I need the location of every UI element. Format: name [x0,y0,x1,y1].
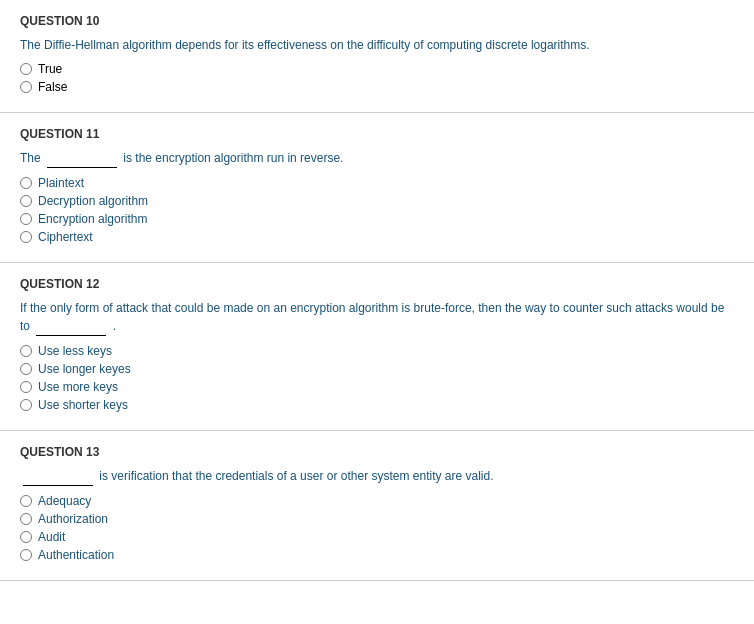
list-item: Authentication [20,548,734,562]
radio-less-keys[interactable] [20,345,32,357]
question-13-options: Adequacy Authorization Audit Authenticat… [20,494,734,562]
radio-authentication[interactable] [20,549,32,561]
option-label: Use less keys [38,344,112,358]
list-item: False [20,80,734,94]
list-item: Authorization [20,512,734,526]
list-item: Adequacy [20,494,734,508]
radio-encryption[interactable] [20,213,32,225]
text-part-1: The [20,151,44,165]
list-item: Use more keys [20,380,734,394]
question-11-text: The is the encryption algorithm run in r… [20,149,734,168]
radio-true[interactable] [20,63,32,75]
question-13-text: is verification that the credentials of … [20,467,734,486]
radio-longer-keys[interactable] [20,363,32,375]
question-12-title: QUESTION 12 [20,277,734,291]
list-item: Use less keys [20,344,734,358]
question-11-options: Plaintext Decryption algorithm Encryptio… [20,176,734,244]
text-part-2: . [109,319,116,333]
option-label: Decryption algorithm [38,194,148,208]
option-label: Plaintext [38,176,84,190]
radio-plaintext[interactable] [20,177,32,189]
option-label: True [38,62,62,76]
option-label: Ciphertext [38,230,93,244]
blank-field [47,149,117,168]
radio-ciphertext[interactable] [20,231,32,243]
question-12-text: If the only form of attack that could be… [20,299,734,336]
blank-field [36,317,106,336]
question-10: QUESTION 10 The Diffie-Hellman algorithm… [0,0,754,113]
option-label: Adequacy [38,494,91,508]
option-label: Use shorter keys [38,398,128,412]
question-11: QUESTION 11 The is the encryption algori… [0,113,754,263]
text-part-1: is verification that the credentials of … [96,469,494,483]
radio-more-keys[interactable] [20,381,32,393]
question-10-text: The Diffie-Hellman algorithm depends for… [20,36,734,54]
option-label: Authorization [38,512,108,526]
question-12: QUESTION 12 If the only form of attack t… [0,263,754,431]
option-label: Authentication [38,548,114,562]
radio-audit[interactable] [20,531,32,543]
list-item: Audit [20,530,734,544]
radio-authorization[interactable] [20,513,32,525]
radio-decryption[interactable] [20,195,32,207]
list-item: Encryption algorithm [20,212,734,226]
question-13-title: QUESTION 13 [20,445,734,459]
question-13: QUESTION 13 is verification that the cre… [0,431,754,581]
list-item: Ciphertext [20,230,734,244]
text-part-2: is the encryption algorithm run in rever… [120,151,343,165]
radio-shorter-keys[interactable] [20,399,32,411]
question-11-title: QUESTION 11 [20,127,734,141]
option-label: Encryption algorithm [38,212,147,226]
list-item: Use longer keyes [20,362,734,376]
list-item: Decryption algorithm [20,194,734,208]
question-12-options: Use less keys Use longer keyes Use more … [20,344,734,412]
question-10-title: QUESTION 10 [20,14,734,28]
list-item: Plaintext [20,176,734,190]
list-item: Use shorter keys [20,398,734,412]
option-label: Audit [38,530,65,544]
option-label: Use more keys [38,380,118,394]
blank-field [23,467,93,486]
radio-false[interactable] [20,81,32,93]
list-item: True [20,62,734,76]
text-part-1: If the only form of attack that could be… [20,301,724,333]
question-10-options: True False [20,62,734,94]
option-label: False [38,80,67,94]
option-label: Use longer keyes [38,362,131,376]
radio-adequacy[interactable] [20,495,32,507]
